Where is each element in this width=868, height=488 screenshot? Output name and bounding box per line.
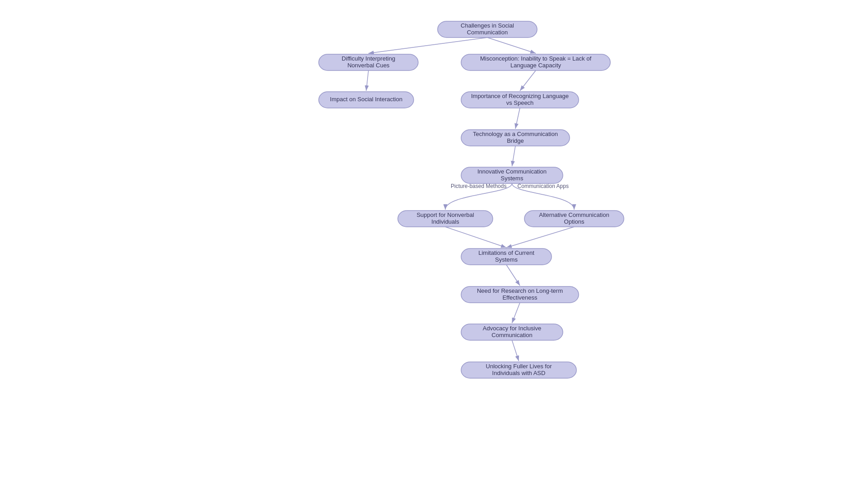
node-text-n10: Effectiveness	[502, 294, 538, 301]
edge-line	[445, 227, 506, 248]
node-text-n2: Misconception: Inability to Speak = Lack…	[480, 55, 591, 62]
node-text-n5: Bridge	[507, 137, 524, 144]
node-text-n11: Communication	[491, 332, 532, 338]
edge-line	[487, 38, 536, 53]
edge-line	[366, 70, 368, 91]
edge-line	[512, 303, 520, 323]
node-text-n8: Alternative Communication	[539, 211, 609, 218]
edge-line	[368, 38, 487, 53]
node-text-root: Communication	[467, 29, 508, 36]
edge-line	[520, 70, 536, 91]
node-text-root: Challenges in Social	[461, 22, 514, 29]
diagram-svg: Picture-based MethodsCommunication AppsC…	[0, 0, 868, 488]
edge-line	[512, 340, 519, 361]
node-text-n4: vs Speech	[506, 99, 534, 106]
node-text-n5: Technology as a Communication	[473, 131, 558, 137]
node-text-n12: Unlocking Fuller Lives for	[486, 363, 552, 370]
node-text-n9: Limitations of Current	[478, 249, 534, 256]
node-text-n3: Impact on Social Interaction	[330, 96, 402, 103]
edge-line	[506, 227, 574, 248]
node-text-n10: Need for Research on Long-term	[477, 287, 563, 294]
node-text-n1: Difficulty Interpreting	[342, 55, 395, 62]
edge-line	[512, 146, 516, 166]
node-text-n8: Options	[564, 218, 585, 225]
edge-line	[515, 108, 520, 129]
node-text-n12: Individuals with ASD	[492, 370, 546, 376]
node-text-n1: Nonverbal Cues	[347, 62, 390, 69]
node-text-n9: Systems	[495, 256, 518, 263]
node-text-n7: Individuals	[431, 218, 459, 225]
edge-line	[506, 265, 520, 286]
node-text-n6: Innovative Communication	[477, 168, 547, 175]
node-text-n7: Support for Nonverbal	[416, 211, 474, 218]
node-text-n4: Importance of Recognizing Language	[471, 93, 569, 99]
node-text-n2: Language Capacity	[510, 62, 561, 69]
node-text-n6: Systems	[501, 175, 524, 182]
node-text-n11: Advocacy for Inclusive	[483, 325, 541, 332]
